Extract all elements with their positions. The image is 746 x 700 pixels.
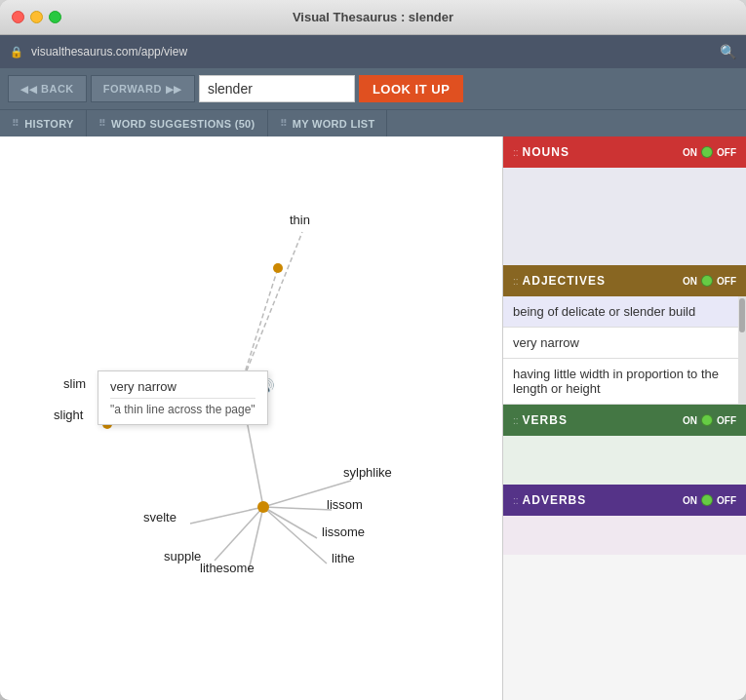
- verbs-off-label: OFF: [717, 415, 736, 426]
- nouns-off-label: OFF: [717, 147, 736, 158]
- adjectives-toggle[interactable]: ON OFF: [683, 275, 736, 287]
- word-node-supple[interactable]: supple: [164, 549, 201, 564]
- svg-line-1: [241, 268, 278, 385]
- maximize-button[interactable]: [49, 11, 61, 23]
- verbs-on-label: ON: [683, 415, 697, 426]
- word-node-slight[interactable]: slight: [54, 408, 83, 422]
- adverbs-drag-icon: ::: [513, 495, 519, 506]
- word-node-lithesome[interactable]: lithesome: [200, 561, 255, 575]
- search-icon[interactable]: 🔍: [720, 44, 736, 59]
- nouns-title: NOUNS: [523, 145, 569, 159]
- main-content: thin slim slight slender 🔊 sylphlike lis…: [0, 136, 746, 700]
- nouns-section: :: NOUNS ON OFF: [503, 136, 746, 265]
- tab-word-suggestions-label: WORD SUGGESTIONS (50): [111, 118, 255, 130]
- adverbs-title: ADVERBS: [523, 493, 587, 507]
- svg-line-10: [215, 507, 263, 561]
- nouns-header[interactable]: :: NOUNS ON OFF: [503, 136, 746, 168]
- word-node-svelte[interactable]: svelte: [143, 510, 177, 525]
- svg-line-11: [249, 507, 263, 570]
- svg-point-15: [257, 501, 269, 513]
- forward-arrow-icon: ▶▶: [166, 84, 182, 95]
- svg-line-5: [263, 481, 351, 507]
- verbs-section: :: VERBS ON OFF: [503, 405, 746, 485]
- adjectives-scrollbar[interactable]: [738, 296, 746, 405]
- toolbar: ◀◀ BACK FORWARD ▶▶ LOOK IT UP: [0, 68, 746, 109]
- window-title: Visual Thesaurus : slender: [293, 10, 453, 24]
- svg-line-9: [190, 507, 263, 524]
- verbs-toggle-dot[interactable]: [701, 414, 713, 426]
- minimize-button[interactable]: [30, 11, 43, 23]
- verbs-header[interactable]: :: VERBS ON OFF: [503, 405, 746, 436]
- lock-icon: 🔒: [10, 46, 23, 58]
- graph-area[interactable]: thin slim slight slender 🔊 sylphlike lis…: [0, 136, 502, 700]
- close-button[interactable]: [12, 11, 24, 23]
- adverbs-toggle[interactable]: ON OFF: [683, 494, 736, 506]
- drag-icon: ⠿: [280, 118, 287, 129]
- word-node-thin[interactable]: thin: [290, 213, 310, 227]
- adjectives-drag-icon: ::: [513, 276, 519, 287]
- tab-history-label: HISTORY: [24, 118, 73, 130]
- adverbs-header[interactable]: :: ADVERBS ON OFF: [503, 485, 746, 516]
- adverbs-toggle-dot[interactable]: [701, 494, 713, 506]
- look-it-up-button[interactable]: LOOK IT UP: [359, 75, 463, 102]
- tooltip-box: very narrow "a thin line across the page…: [98, 370, 268, 425]
- adjectives-title: ADJECTIVES: [523, 274, 606, 288]
- word-node-sylphlike[interactable]: sylphlike: [343, 465, 392, 480]
- verbs-content: [503, 436, 746, 485]
- adverbs-content: [503, 516, 746, 555]
- back-arrow-icon: ◀◀: [20, 84, 37, 95]
- nouns-toggle-dot[interactable]: [701, 146, 713, 158]
- title-bar: Visual Thesaurus : slender: [0, 0, 746, 35]
- adjectives-content: being of delicate or slender build very …: [503, 296, 746, 405]
- adjectives-header[interactable]: :: ADJECTIVES ON OFF: [503, 265, 746, 296]
- svg-point-12: [273, 263, 283, 273]
- word-node-slim[interactable]: slim: [63, 376, 86, 391]
- tooltip-word: very narrow: [110, 379, 255, 394]
- traffic-lights: [12, 11, 61, 23]
- word-node-lissom[interactable]: lissom: [327, 497, 363, 512]
- tab-my-word-list-label: MY WORD LIST: [293, 118, 375, 130]
- address-url[interactable]: visualthesaurus.com/app/view: [31, 45, 712, 58]
- nouns-on-label: ON: [683, 147, 697, 158]
- adverbs-section: :: ADVERBS ON OFF: [503, 485, 746, 555]
- forward-button[interactable]: FORWARD ▶▶: [91, 75, 195, 102]
- adj-item-0[interactable]: being of delicate or slender build: [503, 296, 746, 328]
- adj-item-1[interactable]: very narrow: [503, 328, 746, 359]
- svg-line-8: [263, 507, 327, 564]
- svg-line-7: [263, 507, 317, 538]
- nouns-drag-icon: ::: [513, 147, 519, 158]
- browser-window: Visual Thesaurus : slender 🔒 visualthesa…: [0, 0, 746, 700]
- back-button[interactable]: ◀◀ BACK: [8, 75, 87, 102]
- tab-history[interactable]: ⠿ HISTORY: [0, 110, 87, 136]
- adjectives-on-label: ON: [683, 276, 697, 287]
- verbs-title: VERBS: [523, 413, 568, 427]
- tab-my-word-list[interactable]: ⠿ MY WORD LIST: [268, 110, 388, 136]
- word-node-lissome[interactable]: lissome: [322, 525, 365, 539]
- svg-line-0: [241, 232, 302, 385]
- tabs-bar: ⠿ HISTORY ⠿ WORD SUGGESTIONS (50) ⠿ MY W…: [0, 109, 746, 136]
- right-panel: :: NOUNS ON OFF :: ADJECTIVES: [502, 136, 746, 700]
- drag-icon: ⠿: [12, 118, 19, 129]
- adjectives-off-label: OFF: [717, 276, 736, 287]
- nouns-content: [503, 168, 746, 265]
- adjectives-section: :: ADJECTIVES ON OFF being of delicate o…: [503, 265, 746, 405]
- word-node-lithe[interactable]: lithe: [332, 551, 355, 565]
- adj-item-2[interactable]: having little width in proportion to the…: [503, 359, 746, 405]
- adjectives-toggle-dot[interactable]: [701, 275, 713, 287]
- nouns-toggle[interactable]: ON OFF: [683, 146, 736, 158]
- search-input[interactable]: [199, 75, 355, 102]
- verbs-drag-icon: ::: [513, 415, 519, 426]
- drag-icon: ⠿: [98, 118, 105, 129]
- address-bar: 🔒 visualthesaurus.com/app/view 🔍: [0, 35, 746, 68]
- adverbs-on-label: ON: [683, 495, 697, 506]
- adverbs-off-label: OFF: [717, 495, 736, 506]
- verbs-toggle[interactable]: ON OFF: [683, 414, 736, 426]
- tab-word-suggestions[interactable]: ⠿ WORD SUGGESTIONS (50): [87, 110, 268, 136]
- tooltip-definition: "a thin line across the page": [110, 398, 255, 416]
- svg-line-6: [263, 507, 332, 510]
